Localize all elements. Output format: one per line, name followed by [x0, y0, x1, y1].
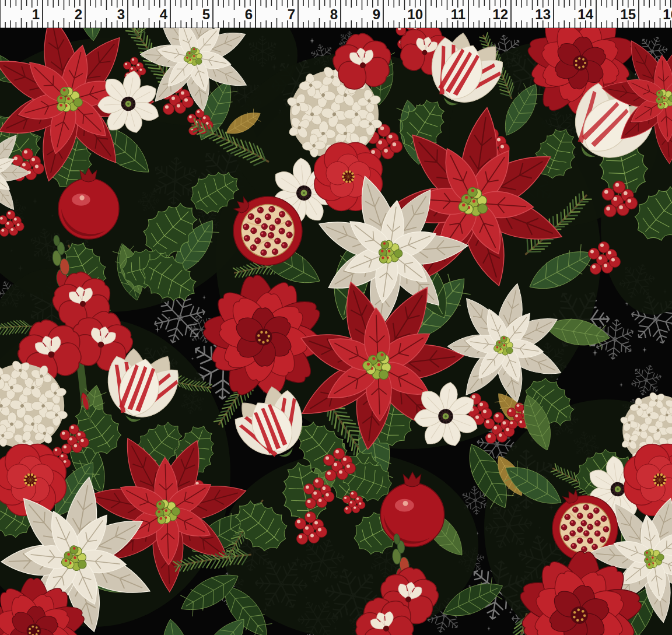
fabric-swatch: Christmas floral quilting fabric swatch:…	[0, 0, 672, 635]
ruler-number: 9	[373, 6, 380, 22]
ruler-number: 8	[330, 6, 338, 22]
fabric-scene	[0, 28, 672, 635]
ruler: 12345678910111213141516	[0, 0, 672, 28]
ruler-number: 7	[288, 6, 295, 22]
ruler-number: 14	[578, 6, 593, 22]
ruler-number: 16	[663, 6, 672, 22]
ruler-number: 13	[535, 6, 551, 22]
ruler-number: 2	[75, 6, 82, 22]
glitter-dot	[191, 357, 193, 359]
ruler-number: 3	[117, 6, 125, 22]
glitter-dot	[168, 317, 170, 318]
ruler-number: 6	[245, 6, 253, 22]
ruler-number: 4	[160, 6, 168, 22]
ruler-number: 12	[492, 6, 508, 22]
ruler-number: 1	[32, 6, 40, 22]
ruler-number: 5	[202, 6, 210, 22]
glitter-dot	[468, 585, 470, 587]
ruler-number: 15	[620, 6, 636, 22]
ruler-number: 10	[407, 6, 423, 22]
ruler-number: 11	[451, 6, 466, 22]
glitter-dot	[509, 611, 511, 613]
